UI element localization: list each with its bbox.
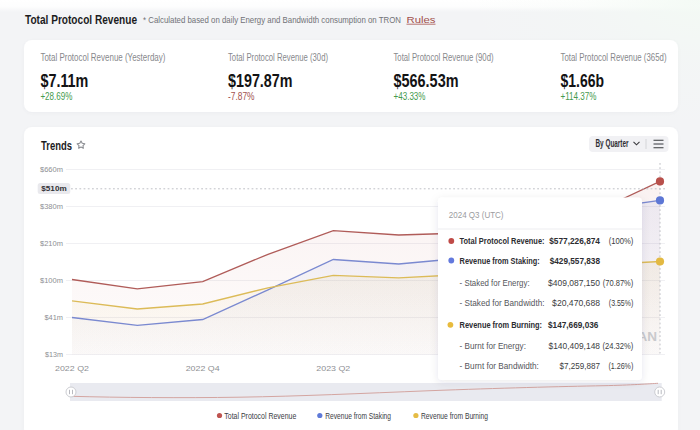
svg-text:$1.66b: $1.66b xyxy=(561,71,605,91)
svg-text:$7.11m: $7.11m xyxy=(40,71,88,91)
svg-text:- Staked for Energy:: - Staked for Energy: xyxy=(460,277,530,288)
svg-text:Total Protocol Revenue:: Total Protocol Revenue: xyxy=(460,235,545,246)
svg-text:$660m: $660m xyxy=(40,165,63,174)
svg-text:2024 Q3 (UTC): 2024 Q3 (UTC) xyxy=(449,209,504,220)
svg-text:* Calculated based on daily En: * Calculated based on daily Energy and B… xyxy=(143,14,401,25)
svg-text:+28.69%: +28.69% xyxy=(40,91,72,102)
svg-text:2023 Q2: 2023 Q2 xyxy=(316,364,350,373)
svg-text:$409,087,150: $409,087,150 xyxy=(548,277,600,288)
svg-text:Total Protocol Revenue (30d): Total Protocol Revenue (30d) xyxy=(228,51,328,63)
svg-text:(3.55%): (3.55%) xyxy=(609,297,634,308)
svg-text:$380m: $380m xyxy=(40,202,63,211)
svg-text:- Burnt for Bandwidth:: - Burnt for Bandwidth: xyxy=(460,360,539,371)
svg-text:(1.26%): (1.26%) xyxy=(608,360,633,371)
svg-text:Revenue from Staking:: Revenue from Staking: xyxy=(460,255,540,266)
svg-text:-7.87%: -7.87% xyxy=(228,91,255,102)
svg-text:$210m: $210m xyxy=(40,239,63,248)
svg-text:By Quarter: By Quarter xyxy=(596,138,629,149)
svg-text:Total Protocol Revenue: Total Protocol Revenue xyxy=(25,13,137,27)
svg-text:(70.87%): (70.87%) xyxy=(603,277,634,288)
svg-text:$566.53m: $566.53m xyxy=(394,71,459,91)
svg-text:Trends: Trends xyxy=(41,139,72,153)
svg-text:$100m: $100m xyxy=(40,276,63,285)
svg-text:Rules: Rules xyxy=(407,14,436,25)
svg-text:(100%): (100%) xyxy=(609,235,634,246)
svg-text:$7,259,887: $7,259,887 xyxy=(560,360,601,371)
svg-text:Revenue from Staking: Revenue from Staking xyxy=(325,411,391,421)
svg-text:$510m: $510m xyxy=(41,184,66,193)
svg-text:Revenue from Burning: Revenue from Burning xyxy=(421,411,488,421)
svg-text:$20,470,688: $20,470,688 xyxy=(552,297,600,308)
svg-text:+114.37%: +114.37% xyxy=(561,91,597,102)
svg-text:(24.32%): (24.32%) xyxy=(603,340,634,351)
svg-text:$140,409,148: $140,409,148 xyxy=(549,340,601,351)
svg-text:Total Protocol Revenue (90d): Total Protocol Revenue (90d) xyxy=(394,51,494,63)
svg-text:2022 Q2: 2022 Q2 xyxy=(55,364,89,373)
svg-text:$429,557,838: $429,557,838 xyxy=(550,255,600,266)
svg-text:2022 Q4: 2022 Q4 xyxy=(186,364,220,373)
svg-text:$577,226,874: $577,226,874 xyxy=(549,235,600,246)
svg-text:- Burnt for Energy:: - Burnt for Energy: xyxy=(460,340,526,351)
svg-text:Total Protocol Revenue (Yester: Total Protocol Revenue (Yesterday) xyxy=(40,51,165,63)
svg-text:$197.87m: $197.87m xyxy=(228,71,293,91)
svg-text:$41m: $41m xyxy=(45,313,64,322)
svg-text:Revenue from Burning:: Revenue from Burning: xyxy=(460,319,542,330)
svg-text:Total Protocol Revenue (365d): Total Protocol Revenue (365d) xyxy=(561,51,667,63)
svg-text:$147,669,036: $147,669,036 xyxy=(548,319,598,330)
svg-text:- Staked for Bandwidth:: - Staked for Bandwidth: xyxy=(460,297,545,308)
svg-text:+43.33%: +43.33% xyxy=(394,91,426,102)
svg-text:$13m: $13m xyxy=(45,350,63,359)
svg-text:Total Protocol Revenue: Total Protocol Revenue xyxy=(224,411,296,421)
